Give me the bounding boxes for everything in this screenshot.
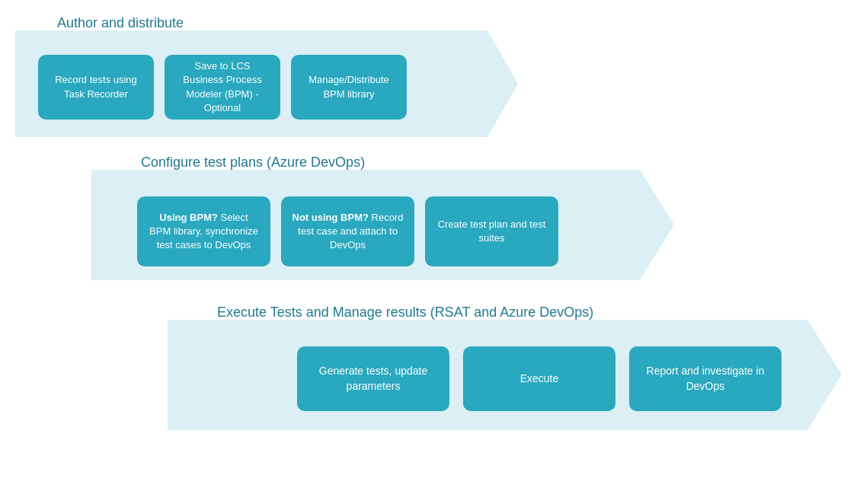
- section1-cards: Record tests using Task Recorder Save to…: [38, 55, 407, 120]
- card-manage: Manage/Distribute BPM library: [291, 55, 407, 120]
- card-not-bpm-text: Not using BPM? Record test case and atta…: [292, 211, 404, 253]
- card-using-bpm-text: Using BPM? Select BPM library, synchroni…: [148, 211, 260, 253]
- card-create-text: Create test plan and test suites: [436, 218, 548, 245]
- section-execute: Execute Tests and Manage results (RSAT a…: [15, 297, 848, 438]
- card-report-text: Report and investigate in DevOps: [640, 364, 771, 394]
- card-record: Record tests using Task Recorder: [38, 55, 154, 120]
- diagram-container: Author and distribute Record tests using…: [0, 0, 863, 504]
- card-generate-text: Generate tests, update parameters: [308, 364, 439, 394]
- section1-label: Author and distribute: [57, 15, 184, 31]
- card-execute: Execute: [463, 346, 615, 411]
- card-create: Create test plan and test suites: [425, 196, 558, 266]
- section3-label: Execute Tests and Manage results (RSAT a…: [217, 305, 593, 321]
- card-save-text: Save to LCS Business Process Modeler (BP…: [175, 59, 270, 115]
- card-using-bpm: Using BPM? Select BPM library, synchroni…: [137, 196, 270, 266]
- section-configure: Configure test plans (Azure DevOps) Usin…: [15, 147, 848, 288]
- card-generate: Generate tests, update parameters: [297, 346, 449, 411]
- section2-label: Configure test plans (Azure DevOps): [141, 155, 365, 171]
- card-execute-text: Execute: [520, 372, 559, 387]
- section3-cards: Generate tests, update parameters Execut…: [297, 346, 781, 411]
- card-not-bpm: Not using BPM? Record test case and atta…: [281, 196, 414, 266]
- card-manage-text: Manage/Distribute BPM library: [302, 73, 396, 100]
- card-save: Save to LCS Business Process Modeler (BP…: [165, 55, 280, 120]
- section2-cards: Using BPM? Select BPM library, synchroni…: [137, 196, 558, 266]
- section-author: Author and distribute Record tests using…: [15, 8, 848, 141]
- card-record-text: Record tests using Task Recorder: [49, 73, 143, 100]
- card-report: Report and investigate in DevOps: [629, 346, 781, 411]
